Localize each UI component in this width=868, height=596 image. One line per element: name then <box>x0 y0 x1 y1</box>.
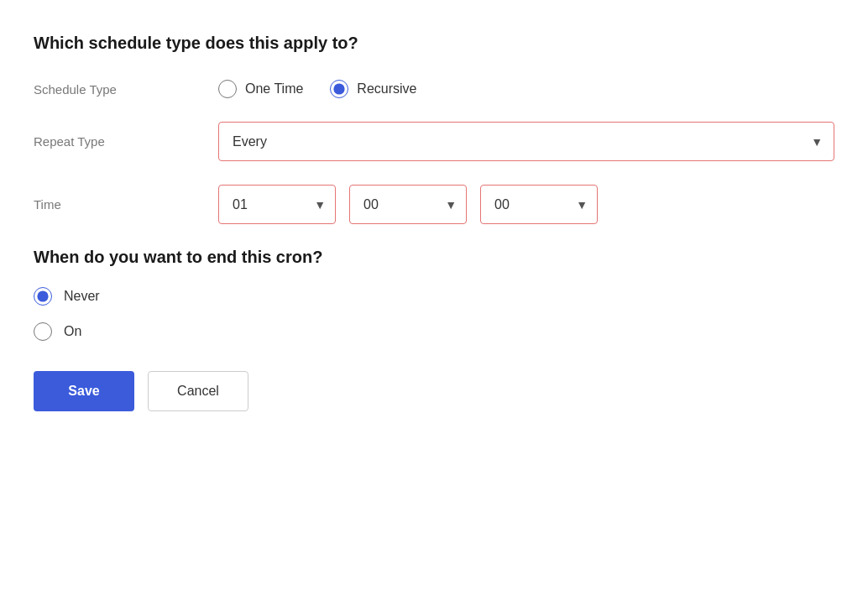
schedule-type-recursive-radio[interactable] <box>330 80 348 98</box>
schedule-type-one-time-option[interactable]: One Time <box>218 80 303 98</box>
end-cron-never-radio[interactable] <box>34 287 52 306</box>
end-cron-never-option[interactable]: Never <box>34 287 834 306</box>
schedule-type-recursive-label: Recursive <box>357 81 416 97</box>
end-cron-on-radio[interactable] <box>34 322 52 341</box>
repeat-type-row: Repeat Type Every Daily Weekly Monthly ▼ <box>34 122 834 161</box>
end-cron-never-label: Never <box>64 289 100 304</box>
schedule-type-recursive-option[interactable]: Recursive <box>330 80 416 98</box>
time-hours-wrapper: 00 01 02 03 04 05 06 07 08 09 10 11 12 1… <box>218 185 336 224</box>
schedule-type-radio-group: One Time Recursive <box>218 80 834 98</box>
end-cron-on-label: On <box>64 324 81 339</box>
repeat-type-select[interactable]: Every Daily Weekly Monthly <box>218 122 834 161</box>
save-button[interactable]: Save <box>34 371 134 411</box>
time-row: Time 00 01 02 03 04 05 06 07 08 09 10 11 <box>34 185 834 224</box>
repeat-type-select-wrapper: Every Daily Weekly Monthly ▼ <box>218 122 834 161</box>
schedule-type-one-time-radio[interactable] <box>218 80 237 98</box>
end-cron-on-option[interactable]: On <box>34 322 834 341</box>
time-seconds-select[interactable]: 00 05 10 15 20 25 30 35 40 45 50 55 <box>480 185 598 224</box>
cancel-button[interactable]: Cancel <box>148 371 248 411</box>
time-seconds-wrapper: 00 05 10 15 20 25 30 35 40 45 50 55 ▼ <box>480 185 598 224</box>
time-minutes-select[interactable]: 00 05 10 15 20 25 30 35 40 45 50 55 <box>349 185 467 224</box>
schedule-type-one-time-label: One Time <box>245 81 303 97</box>
time-label: Time <box>34 197 218 212</box>
end-cron-title: When do you want to end this cron? <box>34 248 834 267</box>
button-group: Save Cancel <box>34 371 834 411</box>
time-minutes-wrapper: 00 05 10 15 20 25 30 35 40 45 50 55 ▼ <box>349 185 467 224</box>
schedule-type-label: Schedule Type <box>34 82 218 97</box>
page-title: Which schedule type does this apply to? <box>34 34 834 53</box>
time-hours-select[interactable]: 00 01 02 03 04 05 06 07 08 09 10 11 12 1… <box>218 185 336 224</box>
time-group: 00 01 02 03 04 05 06 07 08 09 10 11 12 1… <box>218 185 834 224</box>
end-cron-radio-group: Never On <box>34 287 834 341</box>
schedule-type-row: Schedule Type One Time Recursive <box>34 80 834 98</box>
repeat-type-label: Repeat Type <box>34 134 218 149</box>
